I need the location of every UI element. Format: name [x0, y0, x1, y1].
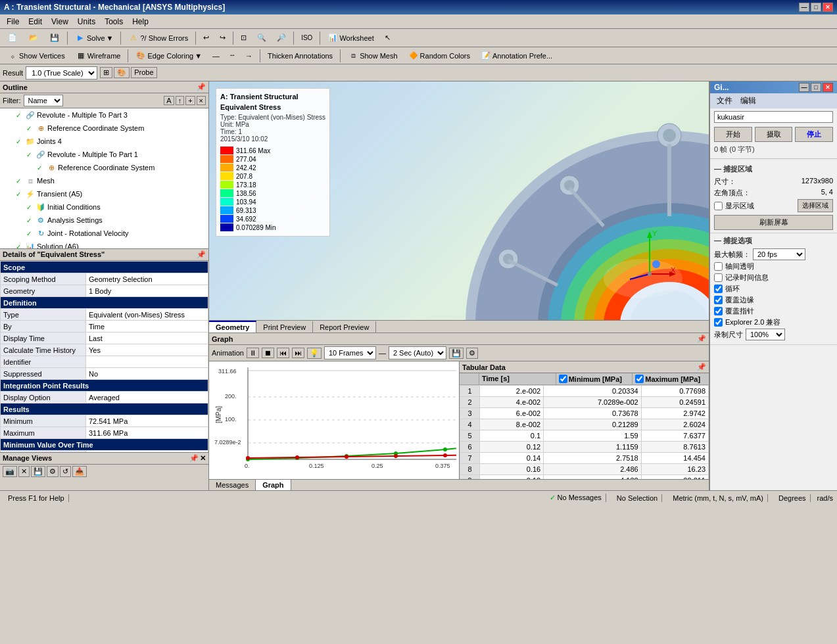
close-btn[interactable]: ✕ — [823, 3, 833, 12]
right-minimize-btn[interactable]: — — [799, 83, 809, 92]
filter-icon2[interactable]: ↑ — [176, 96, 185, 105]
select-area-btn[interactable]: 选择区域 — [798, 199, 833, 212]
extract-btn[interactable]: 摄取 — [755, 127, 793, 142]
camera-icon[interactable]: 📷 — [3, 466, 17, 477]
right-maximize-btn[interactable]: □ — [811, 83, 821, 92]
tab-geometry[interactable]: Geometry — [209, 321, 256, 333]
anim-export-btn[interactable]: 💾 — [449, 348, 464, 359]
redo-btn[interactable]: ↪ — [215, 30, 230, 46]
menu-file[interactable]: File — [3, 16, 23, 28]
maximize-btn[interactable]: □ — [811, 3, 821, 12]
tree-item-analysis[interactable]: ✓ ⚙ Analysis Settings — [0, 214, 208, 227]
record-time-checkbox[interactable] — [714, 273, 723, 282]
minimize-btn[interactable]: — — [799, 3, 809, 12]
loop-checkbox[interactable] — [714, 285, 723, 293]
right-close-btn[interactable]: ✕ — [823, 83, 833, 92]
undo-btn[interactable]: ↩ — [199, 30, 214, 46]
zoom-extents-btn[interactable]: ⊡ — [236, 30, 251, 46]
tree-item-refcoord1[interactable]: ✓ ⊕ Reference Coordinate System — [0, 122, 208, 135]
solve-btn[interactable]: ▶ Solve ▼ — [70, 30, 118, 46]
probe-icon[interactable]: Probe — [131, 67, 156, 78]
scale-icon[interactable]: ⊞ — [100, 67, 112, 78]
tab-graph[interactable]: Graph — [256, 480, 291, 490]
zoom-in-btn[interactable]: 🔍 — [252, 30, 271, 46]
wireframe-btn[interactable]: ▦ Wireframe — [71, 48, 126, 64]
show-errors-btn[interactable]: ⚠ ?/ Show Errors — [124, 30, 193, 46]
menu-tools[interactable]: Tools — [101, 16, 127, 28]
frame-back-btn[interactable]: ⏮ — [277, 348, 289, 358]
tab-messages[interactable]: Messages — [209, 480, 256, 490]
max-col-checkbox[interactable] — [635, 375, 644, 383]
details-pin-icon[interactable]: 📌 — [197, 250, 206, 259]
graph-pin-icon[interactable]: 📌 — [697, 334, 706, 343]
import-icon[interactable]: 📥 — [72, 466, 87, 477]
manage-views-pin-icon[interactable]: 📌 — [189, 454, 199, 463]
worksheet-btn[interactable]: 📊 Worksheet — [323, 30, 378, 46]
arrow-btn[interactable]: → — [241, 48, 257, 64]
min-col-checkbox[interactable] — [559, 375, 567, 383]
random-colors-btn[interactable]: 🔶 Random Colors — [404, 48, 475, 64]
anim-options-btn[interactable]: ⚙ — [466, 348, 478, 359]
duration-select[interactable]: 2 Sec (Auto) — [389, 346, 446, 359]
outline-pin-icon[interactable]: 📌 — [197, 83, 206, 91]
transparent-checkbox[interactable] — [714, 262, 723, 271]
filter-icon3[interactable]: + — [185, 96, 195, 105]
explorer-checkbox[interactable] — [714, 318, 723, 327]
stop-btn[interactable]: ⏹ — [262, 348, 274, 358]
cover-pointer-checkbox[interactable] — [714, 307, 723, 315]
tree-item-refcoord2[interactable]: ✓ ⊕ Reference Coordinate System — [0, 161, 208, 174]
menu-help[interactable]: Help — [128, 16, 153, 28]
tree-item-transient[interactable]: ✓ ⚡ Transient (A5) — [0, 187, 208, 200]
frame-fwd-btn[interactable]: ⏭ — [292, 348, 304, 358]
open-btn[interactable]: 📂 — [24, 30, 43, 46]
tree-item-mesh[interactable]: ✓ ⧈ Mesh — [0, 174, 208, 187]
save-btn[interactable]: 💾 — [45, 30, 64, 46]
delete-icon[interactable]: ✕ — [18, 466, 30, 477]
play-btn[interactable]: ⏸ — [247, 348, 259, 358]
settings-icon[interactable]: ⚙ — [47, 466, 59, 477]
stop-btn[interactable]: 停止 — [795, 127, 833, 142]
thicken-btn[interactable]: Thicken Annotations — [263, 48, 337, 64]
annotation-btn[interactable]: 📝 Annotation Prefe... — [476, 48, 557, 64]
export-icon[interactable]: 💾 — [31, 466, 45, 477]
filter-icon1[interactable]: A — [164, 96, 174, 105]
iso-btn[interactable]: ISO — [297, 30, 317, 46]
right-sub-edit[interactable]: 编辑 — [738, 95, 759, 107]
refresh-icon[interactable]: ↺ — [60, 466, 71, 477]
tab-print-preview[interactable]: Print Preview — [256, 321, 313, 333]
start-btn[interactable]: 开始 — [714, 127, 752, 142]
menu-units[interactable]: Units — [74, 16, 99, 28]
color-icon[interactable]: 🎨 — [114, 67, 130, 78]
tree-item-revolute2[interactable]: ✓ 🔗 Revolute - Multiple To Part 1 — [0, 148, 208, 161]
tree-item-joints4[interactable]: ✓ 📁 Joints 4 — [0, 135, 208, 148]
tree-item-initial[interactable]: ✓ 🔰 Initial Conditions — [0, 200, 208, 214]
edge-coloring-btn[interactable]: 🎨 Edge Coloring ▼ — [131, 48, 206, 64]
menu-edit[interactable]: Edit — [24, 16, 46, 28]
show-vertices-btn[interactable]: ⬦ Show Vertices — [3, 48, 70, 64]
tree-item-solution[interactable]: ✓ 📊 Solution (A6) — [0, 240, 208, 248]
cover-edge-checkbox[interactable] — [714, 296, 723, 304]
cursor-btn[interactable]: ↖ — [380, 30, 395, 46]
result-scale-dropdown[interactable]: 1.0 (True Scale) — [26, 66, 97, 80]
tab-report-preview[interactable]: Report Preview — [313, 321, 376, 333]
line-btn2[interactable]: ╌ — [226, 48, 239, 64]
record-size-select[interactable]: 100% — [746, 329, 785, 340]
show-area-checkbox[interactable] — [714, 202, 723, 210]
filter-name-select[interactable]: Name — [24, 95, 63, 106]
filter-icon4[interactable]: × — [197, 96, 206, 105]
line-btn1[interactable]: — — [208, 48, 224, 64]
zoom-out-btn[interactable]: 🔎 — [272, 30, 291, 46]
tree-item-revolute1[interactable]: ✓ 🔗 Revolute - Multiple To Part 3 — [0, 108, 208, 122]
frames-select[interactable]: 10 Frames — [324, 346, 376, 359]
new-btn[interactable]: 📄 — [3, 30, 22, 46]
tree-item-joint-rot[interactable]: ✓ ↻ Joint - Rotational Velocity — [0, 227, 208, 240]
fps-select[interactable]: 20 fps — [753, 248, 805, 260]
show-mesh-btn[interactable]: ⧈ Show Mesh — [343, 48, 402, 64]
right-sub-file[interactable]: 文件 — [714, 95, 735, 107]
refresh-screen-btn[interactable]: 刷新屏幕 — [714, 215, 833, 230]
menu-view[interactable]: View — [47, 16, 72, 28]
right-username-input[interactable] — [714, 111, 833, 123]
manage-views-close-icon[interactable]: ✕ — [200, 454, 206, 463]
anim-settings-icon[interactable]: 💡 — [307, 348, 322, 359]
tabular-pin-icon[interactable]: 📌 — [697, 363, 706, 371]
